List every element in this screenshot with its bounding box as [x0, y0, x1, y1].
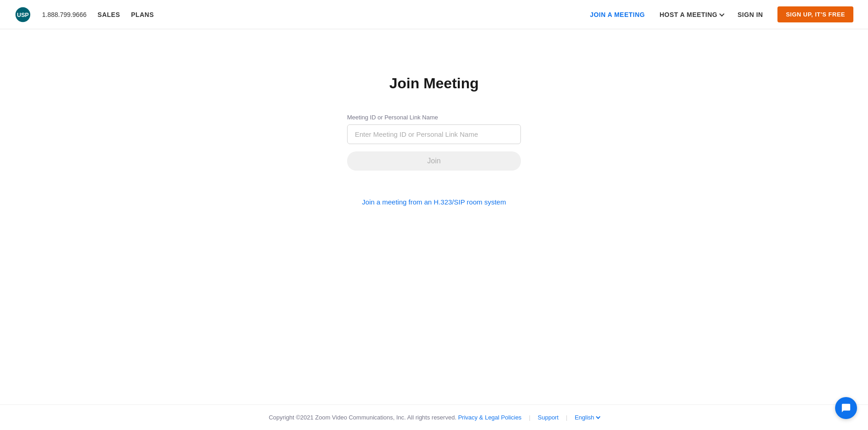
header-right: JOIN A MEETING HOST A MEETING SIGN IN SI… — [590, 6, 853, 22]
phone-number: 1.888.799.9666 — [42, 11, 86, 18]
copyright-text: Copyright ©2021 Zoom Video Communication… — [269, 414, 456, 421]
header-left: USP 1.888.799.9666 SALES PLANS — [15, 6, 590, 23]
join-button[interactable]: Join — [347, 151, 521, 171]
header: USP 1.888.799.9666 SALES PLANS JOIN A ME… — [0, 0, 868, 29]
main-content: Join Meeting Meeting ID or Personal Link… — [0, 29, 868, 404]
h323-link[interactable]: Join a meeting from an H.323/SIP room sy… — [362, 198, 506, 206]
footer-divider-2: | — [566, 414, 567, 421]
page-title: Join Meeting — [389, 75, 479, 92]
footer: Copyright ©2021 Zoom Video Communication… — [0, 404, 868, 430]
language-chevron-icon — [596, 414, 600, 419]
host-meeting-chevron-icon — [719, 11, 724, 16]
svg-text:USP: USP — [17, 12, 29, 18]
signup-button[interactable]: SIGN UP, IT'S FREE — [777, 6, 853, 22]
plans-nav-link[interactable]: PLANS — [131, 11, 154, 18]
privacy-link[interactable]: Privacy & Legal Policies — [458, 414, 522, 421]
support-link[interactable]: Support — [538, 414, 559, 421]
join-form: Meeting ID or Personal Link Name Join — [347, 114, 521, 171]
footer-divider-1: | — [529, 414, 530, 421]
sign-in-nav-link[interactable]: SIGN IN — [738, 11, 763, 18]
meeting-id-input[interactable] — [347, 124, 521, 144]
language-selector[interactable]: English — [575, 414, 600, 421]
chat-button[interactable] — [835, 397, 857, 419]
logo[interactable]: USP — [15, 6, 31, 23]
sales-nav-link[interactable]: SALES — [97, 11, 120, 18]
join-a-meeting-nav-link[interactable]: JOIN A MEETING — [590, 11, 645, 18]
chat-icon — [841, 403, 851, 413]
host-a-meeting-nav-link[interactable]: HOST A MEETING — [659, 11, 723, 18]
language-label: English — [575, 414, 595, 421]
meeting-id-label: Meeting ID or Personal Link Name — [347, 114, 521, 121]
